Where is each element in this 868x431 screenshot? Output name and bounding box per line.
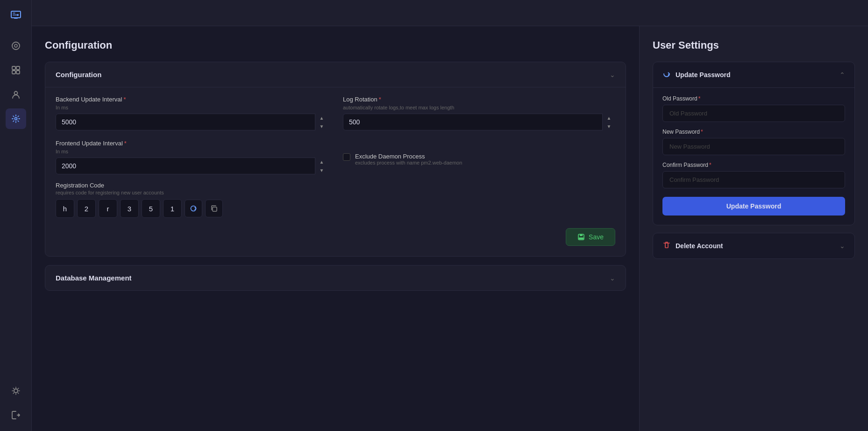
save-button-label: Save — [589, 233, 604, 241]
confirm-password-input[interactable] — [662, 171, 845, 188]
svg-point-9 — [14, 92, 17, 95]
svg-rect-14 — [580, 234, 583, 236]
svg-rect-0 — [11, 11, 21, 18]
top-bar — [32, 0, 868, 26]
log-rotation-up-btn[interactable]: ▲ — [603, 114, 615, 122]
sidebar-item-theme[interactable] — [6, 381, 26, 401]
confirm-password-label: Confirm Password* — [662, 162, 845, 168]
configuration-section: Configuration ⌄ Backend Update Interval*… — [45, 62, 626, 257]
reg-char-0: h — [56, 199, 74, 218]
svg-rect-15 — [579, 237, 583, 239]
database-management-chevron-icon: ⌄ — [610, 274, 615, 282]
backend-update-interval-label: Backend Update Interval* — [56, 96, 328, 103]
frontend-update-interval-input[interactable] — [56, 158, 328, 174]
backend-update-interval-up-btn[interactable]: ▲ — [315, 114, 328, 122]
log-rotation-label: Log Rotation* — [343, 96, 615, 103]
exclude-daemon-checkbox-row: Exclude Daemon Process excludes process … — [343, 153, 615, 165]
new-password-label: New Password* — [662, 129, 845, 135]
frontend-update-interval-spinner: ▲ ▼ — [56, 158, 328, 174]
exclude-daemon-label: Exclude Daemon Process — [355, 153, 462, 160]
backend-update-interval-hint: In ms — [56, 105, 328, 110]
svg-point-11 — [14, 389, 18, 393]
reg-char-2: r — [99, 199, 117, 218]
frontend-update-interval-down-btn[interactable]: ▼ — [315, 166, 328, 174]
delete-account-icon — [662, 241, 671, 251]
svg-rect-8 — [16, 71, 20, 74]
update-password-button-label: Update Password — [726, 202, 781, 210]
sidebar-item-user[interactable] — [6, 84, 26, 105]
new-password-input[interactable] — [662, 138, 845, 155]
backend-update-interval-spinner: ▲ ▼ — [56, 114, 328, 130]
frontend-update-interval-up-btn[interactable]: ▲ — [315, 158, 328, 166]
log-rotation-hint: automatically rotate logs,to meet max lo… — [343, 105, 615, 110]
svg-point-3 — [12, 42, 20, 50]
app-logo — [7, 6, 25, 24]
backend-update-interval-down-btn[interactable]: ▼ — [315, 122, 328, 130]
log-rotation-input[interactable] — [343, 114, 615, 130]
configuration-section-header[interactable]: Configuration ⌄ — [45, 62, 626, 87]
frontend-update-interval-hint: In ms — [56, 149, 328, 154]
frontend-update-interval-field: Frontend Update Interval* In ms ▲ ▼ — [56, 140, 328, 174]
svg-point-10 — [14, 118, 17, 120]
exclude-daemon-hint: excludes process with name pm2.web-daemo… — [355, 160, 462, 165]
left-panel-title: Configuration — [45, 39, 626, 51]
right-panel: User Settings Update Password ⌃ — [639, 26, 868, 431]
update-password-section: Update Password ⌃ Old Password* — [653, 62, 855, 225]
copy-code-button[interactable] — [205, 200, 223, 217]
new-password-field: New Password* — [662, 129, 845, 155]
sidebar-item-dashboard[interactable] — [6, 60, 26, 80]
reg-char-5: 1 — [163, 199, 182, 218]
frontend-update-interval-label: Frontend Update Interval* — [56, 140, 328, 147]
sidebar-item-settings[interactable] — [6, 108, 26, 129]
log-rotation-spinner: ▲ ▼ — [343, 114, 615, 130]
svg-rect-7 — [12, 71, 15, 74]
registration-code-section: Registration Code requires code for regi… — [56, 182, 615, 218]
save-button[interactable]: Save — [566, 228, 615, 246]
delete-account-chevron-icon: ⌄ — [840, 242, 845, 250]
old-password-input[interactable] — [662, 105, 845, 122]
confirm-password-field: Confirm Password* — [662, 162, 845, 188]
svg-rect-5 — [12, 66, 15, 70]
reg-char-3: 3 — [120, 199, 139, 218]
registration-code-chars: h 2 r 3 5 1 — [56, 199, 615, 218]
update-password-title: Update Password — [676, 71, 730, 79]
svg-rect-12 — [213, 207, 217, 211]
svg-point-1 — [17, 14, 19, 16]
backend-update-interval-field: Backend Update Interval* In ms ▲ ▼ — [56, 96, 328, 130]
configuration-chevron-up-icon: ⌄ — [610, 71, 615, 79]
reg-char-4: 5 — [142, 199, 160, 218]
old-password-label: Old Password* — [662, 95, 845, 102]
configuration-section-title: Configuration — [56, 71, 101, 79]
svg-point-4 — [14, 44, 17, 47]
database-management-section: Database Management ⌄ — [45, 265, 626, 291]
registration-code-hint: requires code for registering new user a… — [56, 190, 615, 195]
delete-account-section: Delete Account ⌄ — [653, 233, 855, 259]
exclude-daemon-checkbox[interactable] — [343, 153, 350, 161]
update-password-button[interactable]: Update Password — [662, 197, 845, 216]
registration-code-label: Registration Code — [56, 182, 615, 189]
delete-account-header[interactable]: Delete Account ⌄ — [653, 233, 854, 259]
svg-rect-6 — [16, 66, 20, 70]
update-password-header[interactable]: Update Password ⌃ — [653, 62, 854, 87]
update-password-icon — [662, 70, 671, 80]
database-management-title: Database Management — [56, 274, 132, 282]
database-management-header[interactable]: Database Management ⌄ — [45, 266, 626, 290]
sidebar-item-logout[interactable] — [6, 405, 26, 425]
sidebar-item-monitoring[interactable] — [6, 36, 26, 56]
log-rotation-field: Log Rotation* automatically rotate logs,… — [343, 96, 615, 130]
reg-char-1: 2 — [77, 199, 96, 218]
svg-rect-2 — [14, 18, 18, 19]
user-settings-title: User Settings — [653, 39, 855, 51]
save-row: Save — [56, 228, 615, 246]
exclude-daemon-field: Exclude Daemon Process excludes process … — [343, 140, 615, 174]
sidebar — [0, 0, 32, 431]
log-rotation-down-btn[interactable]: ▼ — [603, 122, 615, 130]
old-password-field: Old Password* — [662, 95, 845, 122]
backend-update-interval-input[interactable] — [56, 114, 328, 130]
delete-account-title: Delete Account — [676, 242, 723, 250]
update-password-chevron-icon: ⌃ — [840, 71, 845, 79]
left-panel: Configuration Configuration ⌄ Backend Up… — [32, 26, 639, 431]
update-password-body: Old Password* New Password* — [653, 87, 854, 225]
configuration-section-body: Backend Update Interval* In ms ▲ ▼ — [45, 87, 626, 256]
regenerate-code-button[interactable] — [185, 200, 202, 217]
